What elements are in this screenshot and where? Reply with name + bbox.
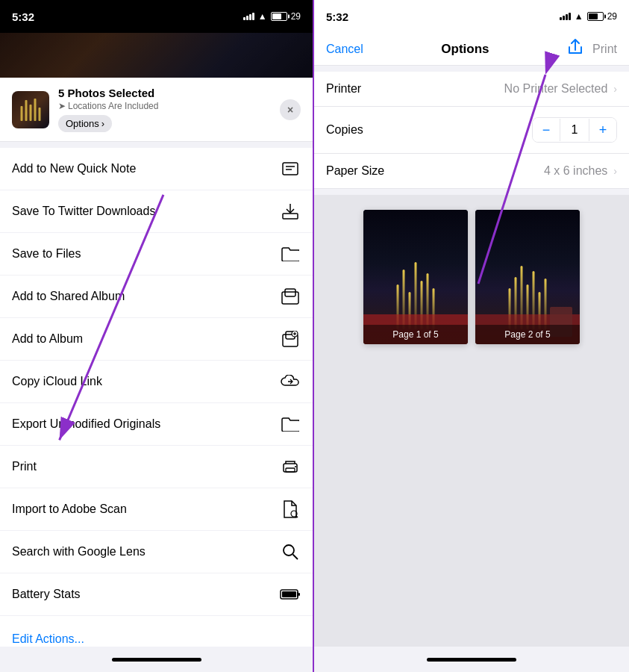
- edit-actions-row[interactable]: Edit Actions...: [0, 622, 313, 647]
- increment-button[interactable]: +: [589, 118, 616, 142]
- menu-list: Add to New Quick Note Save To Twitter Do…: [0, 148, 313, 647]
- svg-rect-20: [282, 591, 296, 597]
- share-title: 5 Photos Selected: [58, 87, 271, 99]
- menu-item-label: Add to Shared Album: [12, 290, 125, 303]
- paper-size-label: Paper Size: [326, 164, 384, 178]
- share-thumbnail: [12, 91, 49, 128]
- status-icons-left: ▲ 29: [243, 11, 301, 22]
- time-left: 5:32: [12, 10, 34, 23]
- paper-size-row[interactable]: Paper Size 4 x 6 inches ›: [314, 154, 629, 189]
- paper-size-value: 4 x 6 inches ›: [544, 164, 617, 178]
- printer-value: No Printer Selected ›: [504, 82, 617, 96]
- menu-item-label: Print: [12, 460, 37, 473]
- preview-page-1[interactable]: Page 1 of 5: [363, 210, 468, 344]
- share-button[interactable]: [567, 39, 583, 59]
- options-nav: Cancel Options Print: [314, 33, 629, 66]
- paper-size-text: 4 x 6 inches: [544, 164, 607, 178]
- svg-rect-0: [283, 163, 298, 175]
- menu-item-twitter-downloads[interactable]: Save To Twitter Downloads: [0, 190, 313, 233]
- print-options-section: Printer No Printer Selected › Copies − 1…: [314, 72, 629, 189]
- close-button[interactable]: ×: [280, 99, 301, 120]
- shared-album-icon: [280, 286, 301, 307]
- svg-rect-6: [285, 289, 295, 296]
- menu-item-label: Add to Album: [12, 332, 83, 346]
- menu-item-label: Save to Files: [12, 247, 81, 261]
- add-album-icon: [280, 329, 301, 349]
- home-indicator-right: [314, 647, 629, 672]
- menu-item-quick-note[interactable]: Add to New Quick Note: [0, 148, 313, 190]
- menu-item-label: Battery Stats: [12, 588, 81, 601]
- menu-item-google-lens[interactable]: Search with Google Lens: [0, 531, 313, 573]
- menu-item-shared-album[interactable]: Add to Shared Album: [0, 276, 313, 318]
- home-bar-left: [112, 658, 201, 662]
- options-title: Options: [441, 42, 489, 57]
- battery-stats-icon: [280, 584, 301, 605]
- no-printer-text: No Printer Selected: [504, 82, 608, 96]
- signal-icon-left: [243, 13, 254, 20]
- printer-label: Printer: [326, 82, 361, 96]
- menu-item-save-files[interactable]: Save to Files: [0, 233, 313, 276]
- menu-item-icloud-link[interactable]: Copy iCloud Link: [0, 361, 313, 403]
- quick-note-icon: [280, 158, 301, 179]
- top-background-left: [0, 33, 313, 78]
- wifi-icon-right: ▲: [575, 11, 583, 22]
- menu-item-label: Copy iCloud Link: [12, 375, 102, 388]
- battery-pct-right: 29: [607, 11, 617, 22]
- location-icon: ➤: [58, 101, 66, 111]
- decrement-button[interactable]: −: [533, 118, 560, 142]
- battery-pct-left: 29: [291, 11, 301, 22]
- adobe-scan-icon: [280, 499, 301, 520]
- page-1-label: Page 1 of 5: [363, 325, 468, 344]
- svg-point-14: [295, 466, 296, 467]
- signal-icon-right: [560, 13, 571, 20]
- menu-item-label: Import to Adobe Scan: [12, 503, 127, 516]
- share-header: 5 Photos Selected ➤ Locations Are Includ…: [0, 78, 313, 142]
- icloud-link-icon: [280, 371, 301, 392]
- wifi-icon-left: ▲: [258, 11, 267, 22]
- right-panel: 5:32 ▲ 29 Cancel Options: [314, 0, 629, 672]
- copies-count: 1: [560, 119, 589, 141]
- cancel-button[interactable]: Cancel: [326, 43, 363, 56]
- menu-item-label: Add to New Quick Note: [12, 162, 136, 175]
- menu-item-battery-stats[interactable]: Battery Stats: [0, 573, 313, 616]
- copies-row: Copies − 1 +: [314, 107, 629, 154]
- menu-item-label: Search with Google Lens: [12, 545, 145, 559]
- menu-item-label: Export Unmodified Originals: [12, 417, 160, 431]
- print-preview-area: Page 1 of 5 Page 2 of 5: [314, 195, 629, 647]
- battery-icon-right: [587, 12, 604, 21]
- print-button-nav[interactable]: Print: [592, 43, 617, 56]
- menu-item-print[interactable]: Print: [0, 446, 313, 488]
- menu-item-add-album[interactable]: Add to Album: [0, 318, 313, 361]
- preview-page-2[interactable]: Page 2 of 5: [475, 210, 580, 344]
- chevron-right-icon: ›: [101, 118, 104, 129]
- preview-image-1: [363, 210, 468, 344]
- time-right: 5:32: [326, 10, 348, 23]
- twitter-download-icon: [280, 201, 301, 222]
- google-lens-icon: [280, 541, 301, 562]
- menu-item-label: Save To Twitter Downloads: [12, 205, 155, 218]
- share-info: 5 Photos Selected ➤ Locations Are Includ…: [58, 87, 271, 132]
- print-icon: [280, 456, 301, 477]
- paper-size-chevron-icon: ›: [613, 165, 617, 177]
- menu-item-export-originals[interactable]: Export Unmodified Originals: [0, 403, 313, 446]
- home-bar-right: [427, 658, 516, 662]
- export-originals-icon: [280, 414, 301, 435]
- save-files-icon: [280, 243, 301, 264]
- status-bar-right: 5:32 ▲ 29: [314, 0, 629, 33]
- battery-icon-left: [271, 12, 287, 21]
- copies-label: Copies: [326, 123, 363, 137]
- svg-line-18: [293, 555, 298, 560]
- printer-chevron-icon: ›: [613, 83, 617, 95]
- status-bar-left: 5:32 ▲ 29: [0, 0, 313, 33]
- menu-item-adobe-scan[interactable]: Import to Adobe Scan: [0, 488, 313, 531]
- status-icons-right: ▲ 29: [560, 11, 617, 22]
- printer-row[interactable]: Printer No Printer Selected ›: [314, 72, 629, 107]
- svg-point-17: [284, 545, 294, 556]
- share-subtitle: ➤ Locations Are Included: [58, 101, 271, 111]
- page-2-label: Page 2 of 5: [475, 325, 580, 344]
- options-button[interactable]: Options ›: [58, 115, 112, 132]
- edit-actions-link[interactable]: Edit Actions...: [12, 632, 84, 645]
- svg-rect-3: [283, 214, 298, 219]
- home-indicator-left: [0, 647, 313, 672]
- nav-right-actions: Print: [567, 39, 617, 59]
